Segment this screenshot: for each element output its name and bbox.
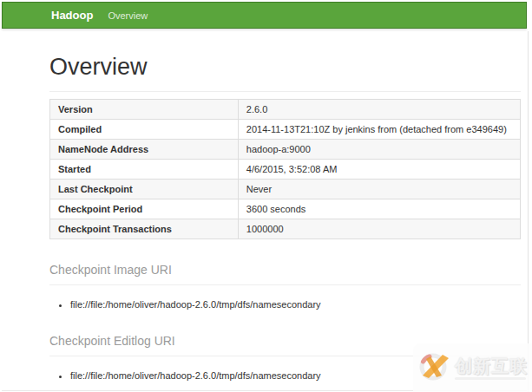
watermark-text-block: 创新互联 (455, 356, 528, 380)
row-label: Checkpoint Transactions (50, 219, 239, 238)
page-header: Overview (49, 55, 521, 92)
row-value: 4/6/2015, 3:52:08 AM (238, 159, 520, 179)
list-item: file://file:/home/oliver/hadoop-2.6.0/tm… (70, 299, 521, 310)
row-value: 2014-11-13T21:10Z by jenkins from (detac… (238, 119, 520, 139)
page-title: Overview (49, 55, 521, 81)
table-row: NameNode Address hadoop-a:9000 (50, 139, 521, 159)
table-row: Last Checkpoint Never (50, 179, 521, 199)
row-label: NameNode Address (50, 139, 239, 159)
watermark-subtitle-bar (455, 377, 526, 380)
window-edge-right (528, 31, 529, 392)
row-label: Last Checkpoint (50, 179, 239, 199)
uri-list: file://file:/home/oliver/hadoop-2.6.0/tm… (49, 299, 521, 310)
watermark-badge: 创新互联 (413, 343, 532, 392)
main-content: Overview Version 2.6.0 Compiled 2014-11-… (49, 29, 521, 382)
row-label: Checkpoint Period (50, 199, 239, 219)
circle-swoosh-logo-icon (418, 350, 451, 386)
navbar-item-overview[interactable]: Overview (108, 10, 148, 21)
table-row: Started 4/6/2015, 3:52:08 AM (50, 159, 521, 179)
top-navbar: Hadoop Overview (2, 2, 527, 29)
row-label: Compiled (50, 119, 239, 139)
row-value: 3600 seconds (238, 199, 520, 219)
table-row: Compiled 2014-11-13T21:10Z by jenkins fr… (50, 119, 521, 139)
watermark-text: 创新互联 (455, 356, 528, 376)
row-value: Never (238, 179, 520, 199)
row-value: 1000000 (238, 219, 520, 238)
table-row: Version 2.6.0 (50, 99, 521, 119)
row-label: Version (50, 99, 239, 119)
navbar-brand-hadoop[interactable]: Hadoop (51, 9, 93, 22)
row-value: hadoop-a:9000 (238, 139, 520, 159)
row-label: Started (50, 159, 239, 179)
section-title: Checkpoint Image URI (49, 263, 521, 285)
row-value: 2.6.0 (238, 99, 520, 119)
section-checkpoint-image-uri: Checkpoint Image URI file://file:/home/o… (49, 263, 521, 310)
overview-info-table: Version 2.6.0 Compiled 2014-11-13T21:10Z… (49, 99, 521, 239)
table-row: Checkpoint Transactions 1000000 (50, 219, 521, 238)
table-row: Checkpoint Period 3600 seconds (50, 199, 521, 219)
